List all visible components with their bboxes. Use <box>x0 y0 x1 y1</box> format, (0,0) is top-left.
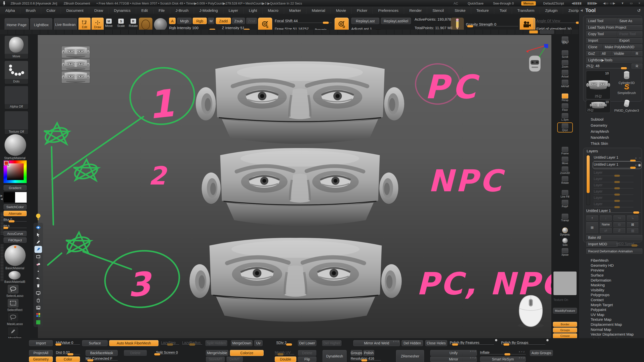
menu-item[interactable]: Layer <box>223 7 244 14</box>
menu-item[interactable]: Edit <box>136 7 153 14</box>
replay-last-button[interactable]: ReplayLast <box>351 18 379 24</box>
flip-button[interactable]: Flip <box>298 356 316 362</box>
tool-section-header[interactable]: FiberMesh <box>583 258 644 263</box>
menu-item[interactable]: Stroke <box>449 7 471 14</box>
zremesher-button[interactable]: ZRemesher <box>396 350 424 362</box>
midvalue-slider[interactable]: MidValue 0 <box>56 341 80 345</box>
texture-preview-panel[interactable] <box>553 272 577 295</box>
right-shelf-button[interactable]: Solo <box>558 238 572 246</box>
cursor-tool-icon[interactable] <box>34 231 42 238</box>
import-mdd-button[interactable]: Import MDD <box>586 241 618 247</box>
load-tool-button[interactable]: Load Tool <box>586 18 619 24</box>
right-shelf-button[interactable]: Scroll <box>558 50 572 58</box>
tool-section-header[interactable]: Displacement Map <box>583 322 644 327</box>
tool-section-header[interactable]: UV Map <box>583 312 644 317</box>
colorize-button[interactable]: Colorize <box>230 350 264 356</box>
goz-visible-button[interactable]: Visible <box>612 51 634 56</box>
left-scroll-strip[interactable] <box>1 212 4 235</box>
paste-tool-button[interactable]: Paste Tool <box>617 31 642 37</box>
tool-import-button[interactable]: Import <box>586 38 619 43</box>
alternate-button[interactable]: Alternate <box>4 211 27 216</box>
menu-item[interactable]: Alpha <box>0 7 20 14</box>
del-hidden-button[interactable]: Del Hidden <box>401 340 423 346</box>
goz-r-button[interactable]: R <box>631 51 642 56</box>
right-shelf-button[interactable]: Qxyz <box>558 123 572 132</box>
layer-eye-icon[interactable]: ◉ <box>638 163 641 167</box>
layer-up-button[interactable]: ↑ <box>586 215 598 221</box>
dist-slider[interactable]: Dist 0.02 <box>56 350 80 354</box>
split-screen-slider-2[interactable]: Split Screen 0 <box>156 350 178 354</box>
menu-item[interactable]: Tool <box>494 7 512 14</box>
menu-item[interactable]: J-Brush <box>170 7 194 14</box>
mergedown-button[interactable]: MergeDown <box>231 340 253 346</box>
layer-row-empty[interactable]: Layer <box>594 202 640 208</box>
menu-item[interactable]: Brush <box>20 7 41 14</box>
sculpt-viewport[interactable]: 1 2 3 PC NPC PC, NPC <box>38 35 551 338</box>
tool-slot-small-thumb[interactable]: 10 25강 <box>586 100 610 113</box>
copy-tool-button[interactable]: Copy Tool <box>586 31 619 37</box>
stroke-thumbnail-dots[interactable]: Dots <box>5 61 28 84</box>
layer-down-button[interactable]: ↓ <box>600 215 612 221</box>
menu-item[interactable]: Texture <box>471 7 494 14</box>
right-shelf-button[interactable]: Dynamic <box>558 228 572 236</box>
tray-button[interactable] <box>540 30 554 34</box>
alpha-a-button[interactable]: A <box>169 18 176 24</box>
layer-row-empty[interactable]: Layer <box>594 189 640 195</box>
split-hidden-button[interactable]: Split Hidden <box>205 340 227 346</box>
layer-redo-button[interactable]: ↪ <box>613 215 625 221</box>
tool-section-header[interactable]: NanoMesh <box>583 134 641 140</box>
tool-section-header[interactable]: Texture Map <box>583 317 644 322</box>
menu-item[interactable]: Draw <box>89 7 109 14</box>
tool-section-header[interactable]: Preview <box>583 268 644 273</box>
backfacemask-button[interactable]: BackfaceMask <box>86 350 118 356</box>
tool-section-header[interactable]: Deformation <box>583 278 644 283</box>
gravity-strength-slider[interactable]: Gravity Strength 0 <box>466 22 518 26</box>
basic-material-sphere[interactable] <box>5 245 26 266</box>
highlighter-tool-icon[interactable] <box>34 246 42 253</box>
mdd-speed-slider[interactable]: MDD Speed <box>616 242 638 246</box>
menu-item[interactable]: Movie <box>331 7 352 14</box>
color-toggle-button[interactable]: Color <box>56 356 80 362</box>
panels-toggle-icon[interactable]: ◀▭ ▭▶ <box>603 2 615 5</box>
image-icon[interactable] <box>34 304 42 311</box>
screen-capture-icon[interactable] <box>34 290 42 297</box>
menu-item[interactable]: Render <box>404 7 427 14</box>
home-page-button[interactable]: Home Page <box>5 18 29 31</box>
mask-by-feature-button[interactable]: MaskByFeature <box>553 308 577 314</box>
mirror-button[interactable]: Mirror <box>430 356 477 362</box>
clone-button[interactable]: Clone <box>586 44 605 50</box>
tool-section-header[interactable]: Masking <box>583 283 644 288</box>
lightbox-button[interactable]: LightBox <box>30 18 52 31</box>
groups-toggle-button[interactable]: Groups <box>351 350 362 356</box>
replay-last-rel-button[interactable]: ReplayLastRel <box>381 18 411 24</box>
layer-row-empty[interactable]: Layer <box>594 170 640 176</box>
menu-item[interactable]: Color <box>41 7 61 14</box>
layer-duplicate-button[interactable]: ⧉ <box>613 222 625 227</box>
tool-section-header[interactable]: Polygroups <box>583 292 644 297</box>
mask-pen-brush[interactable] <box>8 327 19 336</box>
strength-r-button[interactable]: R <box>631 63 642 69</box>
visibility-eye-icon[interactable] <box>34 224 42 231</box>
undo-icon[interactable] <box>34 275 42 282</box>
import-button[interactable]: Import <box>29 340 53 346</box>
left-divider-arrows[interactable]: ▶◀ <box>1 194 3 201</box>
polish-groups-mode-dot[interactable] <box>546 339 549 341</box>
layer-delete-button[interactable]: ⊠ <box>627 222 638 227</box>
quicksave-button[interactable]: QuickSave <box>466 1 486 6</box>
layer-new-button[interactable]: ⊞ <box>586 222 598 233</box>
menu-item[interactable]: Material <box>306 7 331 14</box>
right-shelf-button[interactable]: Zoom <box>558 60 572 68</box>
double-button[interactable]: Double <box>275 356 296 362</box>
crease-button[interactable]: Crease <box>553 333 577 338</box>
polish-by-features-slider[interactable]: Polish By Features <box>450 341 494 345</box>
menu-item[interactable]: Transform <box>512 7 540 14</box>
restore-icon[interactable]: ▭ <box>630 2 633 5</box>
polish-toggle-button[interactable]: Polish <box>363 350 374 356</box>
close-icon[interactable]: × <box>638 2 640 5</box>
angle-of-view-slider[interactable]: Angle Of View <box>536 19 581 23</box>
tool-section-header[interactable]: Subtool <box>583 116 641 122</box>
layer-row-2-selected[interactable]: Untitled Layer 1 ● ◉ <box>594 162 640 168</box>
bake-all-button[interactable]: Bake All <box>586 235 642 240</box>
default-zscript-button[interactable]: DefaultZScript <box>541 1 566 6</box>
layer-eye-icon[interactable]: ○ <box>639 156 641 160</box>
